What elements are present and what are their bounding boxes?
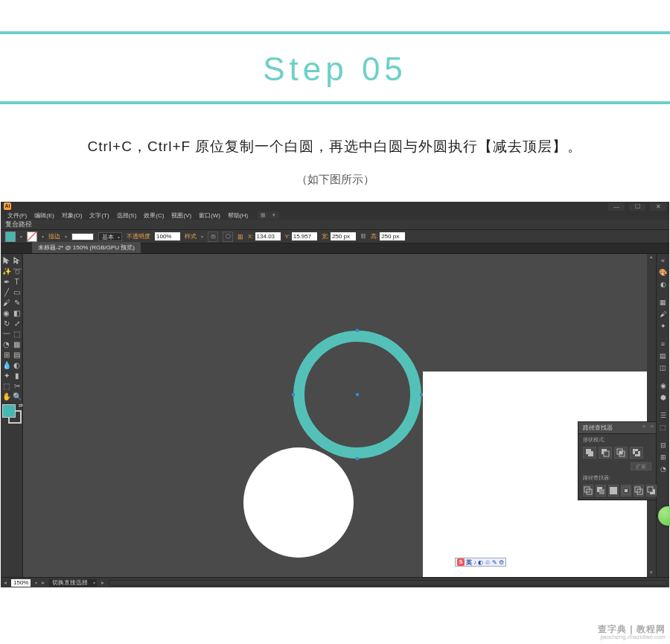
- artboard-nav-prev-icon[interactable]: ◂: [4, 579, 7, 586]
- brushes-panel-icon[interactable]: 🖌: [658, 309, 669, 319]
- anchor-point-bottom[interactable]: [356, 457, 359, 460]
- rotate-tool[interactable]: ↻: [1, 318, 12, 328]
- menu-type[interactable]: 文字(T): [87, 211, 111, 220]
- perspective-tool[interactable]: ▦: [12, 339, 22, 349]
- teal-ring-shape[interactable]: [293, 331, 421, 459]
- pathfinder-tab[interactable]: 路径查找器 ≡ «: [578, 422, 656, 434]
- eraser-tool[interactable]: ◧: [12, 307, 22, 318]
- symbol-sprayer-tool[interactable]: ✦: [1, 370, 12, 380]
- doc-tab[interactable]: 未标题-2* @ 150% (RGB/GPU 预览): [32, 242, 141, 253]
- lasso-tool[interactable]: ➰: [12, 266, 22, 276]
- paintbrush-tool[interactable]: 🖌: [1, 297, 12, 307]
- menu-effect[interactable]: 效果(C): [141, 211, 166, 220]
- transform-panel-icon[interactable]: ⊞: [658, 452, 669, 462]
- rectangle-tool[interactable]: ▭: [12, 287, 22, 297]
- fill-dd-icon[interactable]: ▾: [20, 234, 22, 239]
- direct-selection-tool[interactable]: [12, 255, 22, 266]
- align-btn[interactable]: ◎: [208, 232, 218, 242]
- free-transform-tool[interactable]: ⬚: [12, 328, 22, 339]
- gradient-panel-icon[interactable]: ▤: [658, 351, 669, 361]
- stroke-panel-icon[interactable]: ≡: [658, 339, 669, 349]
- menu-object[interactable]: 对象(O): [60, 211, 85, 220]
- scale-tool[interactable]: ⤢: [12, 318, 22, 328]
- x-input[interactable]: 134.03: [255, 232, 281, 240]
- zoom-dd-icon[interactable]: ▾: [35, 580, 37, 585]
- minimize-button[interactable]: —: [608, 203, 625, 211]
- type-tool[interactable]: T: [12, 276, 22, 287]
- symbols-panel-icon[interactable]: ✦: [658, 321, 669, 331]
- fill-stroke-indicator[interactable]: ⇄: [2, 404, 22, 424]
- zoom-tool[interactable]: 🔍: [12, 391, 22, 401]
- slice-tool[interactable]: ✂: [12, 380, 22, 391]
- brush-dd[interactable]: 基本: [98, 232, 122, 241]
- panel-collapse-icon[interactable]: «: [651, 423, 654, 430]
- shape-builder-tool[interactable]: ◔: [1, 339, 12, 349]
- fill-indicator[interactable]: [2, 404, 16, 418]
- ime-icon-3[interactable]: ☺: [485, 559, 491, 566]
- unite-button[interactable]: [583, 447, 596, 459]
- menu-view[interactable]: 视图(V): [169, 211, 194, 220]
- anchor-point-left[interactable]: [292, 393, 295, 396]
- scroll-down-icon[interactable]: ▾: [647, 570, 656, 577]
- style-dd-icon[interactable]: ▾: [201, 234, 203, 239]
- merge-button[interactable]: [608, 485, 619, 497]
- fill-swatch[interactable]: [5, 232, 16, 242]
- mesh-tool[interactable]: ⊞: [1, 349, 12, 360]
- swap-fill-stroke-icon[interactable]: ⇄: [19, 403, 23, 409]
- canvas[interactable]: S 英 ♪ ◐ ☺ ✎ ⚙: [23, 254, 656, 577]
- horizontal-scrollbar[interactable]: [109, 580, 666, 586]
- exclude-button[interactable]: [630, 447, 643, 459]
- menu-help[interactable]: 帮助(H): [226, 211, 250, 220]
- dock-expand-icon[interactable]: «: [658, 255, 669, 266]
- blend-tool[interactable]: ◐: [12, 360, 22, 370]
- intersect-button[interactable]: [614, 447, 628, 459]
- pen-tool[interactable]: ✒: [1, 276, 12, 287]
- graphic-styles-panel-icon[interactable]: ⬢: [658, 392, 669, 403]
- layers-panel-icon[interactable]: ☰: [658, 410, 669, 421]
- opacity-input[interactable]: 100%: [155, 232, 180, 240]
- gradient-tool[interactable]: ▤: [12, 349, 22, 360]
- align-panel-icon[interactable]: ⊟: [658, 440, 669, 450]
- eyedropper-tool[interactable]: 💧: [1, 360, 12, 370]
- ime-icon-2[interactable]: ◐: [478, 559, 483, 566]
- vertical-scrollbar[interactable]: ▴ ▾: [647, 254, 656, 577]
- minus-back-button[interactable]: [646, 485, 657, 497]
- minus-front-button[interactable]: [599, 447, 612, 459]
- swatches-panel-icon[interactable]: ▦: [658, 297, 669, 307]
- ime-icon-1[interactable]: ♪: [473, 559, 476, 566]
- menu-select[interactable]: 选择(S): [115, 211, 139, 220]
- stroke-swatch[interactable]: [27, 232, 37, 242]
- close-window-button[interactable]: ✕: [650, 203, 666, 211]
- stroke-dd-icon[interactable]: ▾: [42, 234, 44, 239]
- stroke-preview[interactable]: [71, 233, 94, 240]
- selection-tool[interactable]: [1, 255, 12, 266]
- appearance-panel-icon[interactable]: ◉: [658, 380, 669, 391]
- link-wh-icon[interactable]: ⛓: [360, 233, 366, 240]
- magic-wand-tool[interactable]: ✨: [1, 266, 12, 276]
- expand-button[interactable]: 扩展: [631, 462, 651, 471]
- h-input[interactable]: 250 px: [380, 232, 405, 240]
- menu-window[interactable]: 窗口(W): [197, 211, 223, 220]
- width-tool[interactable]: 〰: [1, 328, 12, 339]
- status-nav-icon[interactable]: ▸: [101, 579, 104, 586]
- recolor-btn[interactable]: ⬡: [223, 232, 233, 242]
- ime-icon-5[interactable]: ⚙: [499, 559, 504, 566]
- anchor-point-right[interactable]: [420, 393, 423, 396]
- status-info-dd[interactable]: 切换直接选择: [49, 579, 97, 587]
- workspace-btn-2[interactable]: ▾: [269, 211, 279, 219]
- transparency-panel-icon[interactable]: ◫: [658, 363, 669, 373]
- zoom-input[interactable]: 150%: [11, 579, 31, 587]
- menu-edit[interactable]: 编辑(E): [32, 211, 57, 220]
- y-input[interactable]: 15.957: [292, 232, 317, 240]
- pathfinder-panel-icon[interactable]: ◔: [658, 464, 669, 474]
- hand-tool[interactable]: ✋: [1, 391, 12, 401]
- divide-button[interactable]: [583, 485, 593, 497]
- line-tool[interactable]: ╱: [1, 287, 12, 297]
- trim-button[interactable]: [596, 485, 606, 497]
- ime-toolbar[interactable]: S 英 ♪ ◐ ☺ ✎ ⚙: [455, 558, 506, 567]
- workspace-btn-1[interactable]: ▦: [258, 211, 268, 219]
- menu-file[interactable]: 文件(F): [5, 211, 29, 220]
- crop-button[interactable]: [621, 485, 631, 497]
- artboard-nav-next-icon[interactable]: ▸: [42, 579, 45, 586]
- center-point[interactable]: [356, 393, 359, 396]
